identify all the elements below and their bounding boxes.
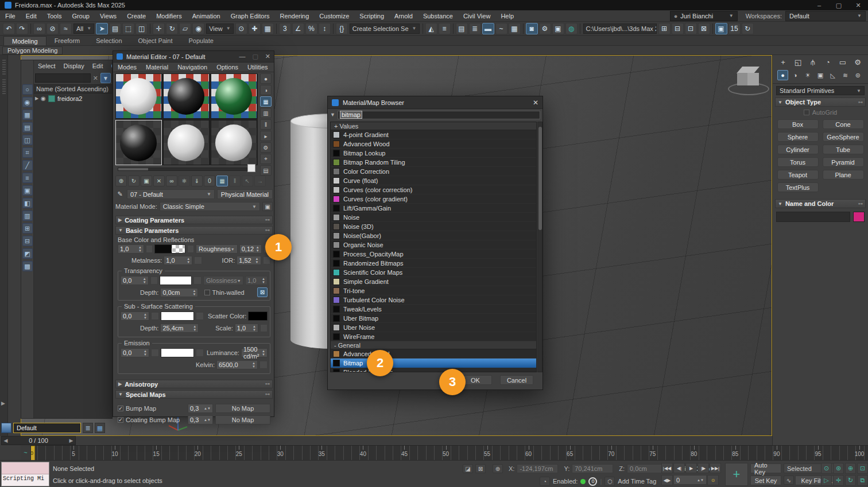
map-item-curve-float[interactable]: Curve (float)	[331, 176, 536, 185]
transparency-weight-map-button[interactable]	[150, 276, 158, 285]
explorer-menu-edit[interactable]: Edit	[88, 63, 107, 69]
menu-modifiers[interactable]: Modifiers	[151, 10, 187, 22]
coating-bump-map-map-button[interactable]: No Map	[215, 415, 270, 424]
unlink-selection-icon[interactable]: ⊘	[46, 23, 59, 34]
map-item-color-correction[interactable]: Color Correction	[331, 167, 536, 176]
next-frame-arrow-icon[interactable]: ▶	[67, 438, 75, 443]
emission-weight-spinner[interactable]: 0,0▲▼	[121, 348, 149, 357]
luminance-spinner[interactable]: 1500 cd/m²▲▼	[241, 348, 268, 357]
background-icon[interactable]: ▦	[260, 96, 272, 107]
key-mode-toggle-icon[interactable]: ⊙	[707, 475, 719, 485]
ior-spinner[interactable]: 1,52▲▼	[237, 256, 261, 265]
add-time-tag[interactable]: Add Time Tag	[618, 478, 656, 485]
x-coordinate-field[interactable]: -124,197cm	[517, 464, 558, 473]
transparency-color-swatch[interactable]	[160, 276, 192, 285]
thin-walled-checkbox[interactable]	[204, 290, 210, 295]
go-forward-to-sibling-icon[interactable]: →	[254, 176, 266, 186]
spinner-snap-icon[interactable]: ↕	[319, 23, 331, 34]
metalness-map-button[interactable]	[194, 256, 202, 264]
explorer-tool-icon-7[interactable]: ╱	[22, 160, 33, 170]
browser-titlebar[interactable]: Material/Map Browser ✕	[328, 96, 542, 109]
put-to-library-icon[interactable]: ⇓	[191, 176, 203, 186]
sample-geometry-icon[interactable]: ●	[260, 73, 272, 84]
percent-snap-icon[interactable]: %	[305, 23, 317, 34]
explorer-tool-icon-3[interactable]: ▦	[22, 110, 33, 120]
project-new-icon[interactable]: ⊞	[658, 23, 671, 34]
selection-filter-dropdown[interactable]: All▼	[73, 24, 94, 34]
explorer-tool-icon-8[interactable]: ≡	[22, 173, 33, 183]
create-key-button[interactable]: +	[725, 463, 748, 486]
explorer-tool-icon-10[interactable]: ◧	[22, 198, 33, 208]
rollout-special-maps[interactable]: ▼ Special Maps ⊶	[115, 390, 273, 399]
mirror-icon[interactable]: ◭	[425, 23, 437, 34]
menu-create[interactable]: Create	[122, 10, 151, 22]
category-systems[interactable]: ⊚	[852, 70, 863, 80]
explorer-search-input[interactable]	[35, 73, 91, 83]
ribbon-tab-object-paint[interactable]: Object Paint	[130, 36, 181, 45]
map-item-uber-noise[interactable]: Uber Noise	[331, 323, 536, 332]
maximize-button[interactable]: ▢	[252, 53, 258, 60]
sample-slot-6[interactable]	[211, 120, 257, 165]
map-item-bitmap-lookup[interactable]: Bitmap Lookup	[331, 149, 536, 158]
show-end-result-icon[interactable]: ‖	[229, 176, 241, 186]
emission-color-map-button[interactable]	[196, 349, 204, 357]
menu-graph-editors[interactable]: Graph Editors	[226, 10, 275, 22]
map-item-uber-bitmap[interactable]: Uber Bitmap	[331, 314, 536, 323]
go-to-parent-icon[interactable]: ↖	[242, 176, 253, 186]
tab-create[interactable]: +	[777, 58, 789, 67]
sample-ui-tiling-icon[interactable]: ▥	[260, 108, 272, 118]
me-menu-modes[interactable]: Modes	[113, 64, 141, 71]
lock-transparency-icon[interactable]: ⊠	[257, 287, 268, 297]
select-and-link-icon[interactable]: ∞	[33, 23, 45, 34]
sss-scale-spinner[interactable]: 1,0▲▼	[235, 324, 258, 333]
minimize-button[interactable]: —	[239, 53, 245, 60]
options-icon[interactable]: ⚙	[260, 142, 272, 153]
browser-search-input[interactable]: bitmap	[338, 111, 540, 119]
show-shaded-material-in-viewport-icon[interactable]: ▦	[216, 176, 228, 186]
current-layer-field[interactable]: Default	[13, 423, 81, 433]
dope-sheet-icon[interactable]: ▦	[509, 23, 521, 34]
sample-slot-4[interactable]	[115, 120, 162, 165]
kelvin-spinner[interactable]: 6500,0▲▼	[216, 360, 258, 369]
category-helpers[interactable]: ◺	[827, 70, 838, 80]
save-material-icon[interactable]: ▣	[262, 202, 273, 211]
toggle-layer-explorer-icon[interactable]: ≣	[469, 23, 481, 34]
sss-weight-map-button[interactable]	[151, 312, 159, 320]
category-shapes[interactable]: ◑	[790, 70, 801, 80]
material-id-channel-icon[interactable]: 0	[204, 176, 215, 186]
material-map-navigator-icon[interactable]: ▤	[260, 165, 272, 176]
pick-material-eyedropper-icon[interactable]: ✎	[115, 190, 125, 199]
base-weight-map-button[interactable]	[146, 245, 153, 253]
sss-weight-spinner[interactable]: 0,0▲▼	[121, 311, 149, 321]
align-icon[interactable]: ≡	[439, 23, 451, 34]
ribbon-tab-modeling[interactable]: Modeling	[3, 36, 46, 45]
map-item-tweak-levels[interactable]: Tweak/Levels	[331, 305, 536, 314]
ior-map-button[interactable]	[263, 256, 270, 264]
rollout-name-and-color[interactable]: ▼ Name and Color ⊶	[775, 199, 866, 208]
play-icon[interactable]: ▶	[685, 463, 697, 473]
tab-hierarchy[interactable]: ⫛	[807, 58, 819, 67]
menu-group[interactable]: Group	[67, 10, 95, 22]
base-weight-spinner[interactable]: 1,0▲▼	[118, 244, 144, 254]
material-editor-titlebar[interactable]: Material Editor - 07 - Default — ▢ ✕	[113, 51, 274, 63]
slate-material-editor-icon[interactable]: ◙	[526, 23, 538, 34]
edit-named-selection-sets-icon[interactable]: {}	[336, 23, 348, 34]
map-item-blended-box-map[interactable]: Blended Box Map	[331, 368, 536, 372]
search-options-dropdown-icon[interactable]: ▼	[330, 112, 335, 118]
window-crossing-icon[interactable]: ◫	[135, 23, 148, 34]
filter-icon[interactable]: ▼	[100, 73, 111, 83]
sample-drag-handle[interactable]	[247, 164, 255, 172]
snap-toggle-3d-icon[interactable]: 3	[279, 23, 291, 34]
metalness-spinner[interactable]: 1,0▲▼	[164, 256, 192, 265]
backlight-icon[interactable]: ◑	[260, 85, 272, 95]
map-item-noise-3d[interactable]: Noise (3D)	[331, 222, 536, 231]
next-frame-icon[interactable]: |▶	[698, 463, 709, 473]
coating-bump-map-checkbox[interactable]: ✓	[118, 417, 123, 423]
roughness-spinner[interactable]: 0,12▲▼	[239, 244, 262, 254]
track-bar[interactable]: 0 05101520253035404550556065707580859095…	[21, 445, 868, 460]
render-production-icon[interactable]: ◍	[565, 23, 578, 34]
map-item-bitmap[interactable]: Bitmap	[331, 359, 536, 368]
maxscript-mini-listener[interactable]: Scripting Mi	[1, 462, 49, 486]
explorer-tool-icon-4[interactable]: ▤	[22, 122, 33, 133]
named-selection-sets-dropdown[interactable]: Create Selection Se▼	[350, 24, 420, 34]
